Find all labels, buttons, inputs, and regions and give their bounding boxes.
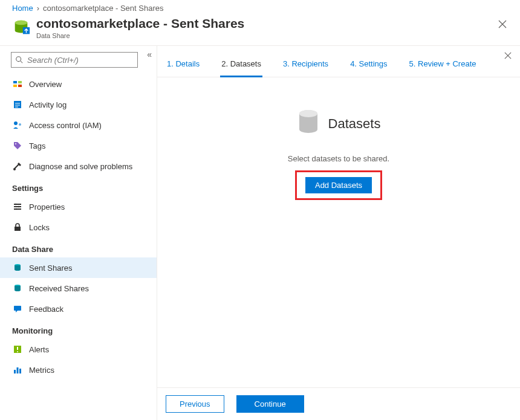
sidebar-item-label: Sent Shares bbox=[29, 263, 73, 273]
svg-rect-7 bbox=[13, 85, 17, 87]
svg-rect-6 bbox=[18, 81, 22, 83]
svg-rect-26 bbox=[14, 306, 21, 311]
datasets-title: Datasets bbox=[328, 116, 381, 132]
wizard-footer: Previous Continue bbox=[157, 387, 520, 420]
datashare-resource-icon bbox=[12, 19, 30, 37]
sidebar: « Overview Activity log Access control (… bbox=[0, 46, 157, 420]
sidebar-section-monitoring: Monitoring bbox=[0, 319, 157, 339]
tab-datasets[interactable]: 2. Datasets bbox=[220, 53, 262, 77]
received-shares-icon bbox=[12, 283, 23, 293]
sidebar-item-overview[interactable]: Overview bbox=[0, 74, 157, 94]
svg-point-15 bbox=[15, 143, 16, 144]
add-datasets-button[interactable]: Add Datasets bbox=[305, 177, 372, 193]
sidebar-item-label: Diagnose and solve problems bbox=[29, 162, 132, 171]
sidebar-item-tags[interactable]: Tags bbox=[0, 135, 157, 156]
sidebar-item-sent-shares[interactable]: Sent Shares bbox=[0, 257, 157, 278]
sidebar-item-properties[interactable]: Properties bbox=[0, 196, 157, 217]
svg-rect-30 bbox=[14, 370, 16, 373]
sidebar-search-input[interactable] bbox=[11, 52, 138, 68]
tags-icon bbox=[12, 141, 23, 150]
feedback-icon bbox=[12, 304, 23, 314]
breadcrumb-current: contosomarketplace - Sent Shares bbox=[43, 4, 163, 13]
sidebar-item-label: Feedback bbox=[29, 305, 63, 314]
page-title: contosomarketplace - Sent Shares bbox=[36, 16, 244, 31]
activity-log-icon bbox=[12, 100, 23, 109]
sidebar-item-metrics[interactable]: Metrics bbox=[0, 360, 157, 380]
svg-rect-23 bbox=[15, 227, 21, 231]
breadcrumb-separator: › bbox=[37, 4, 39, 13]
properties-icon bbox=[12, 202, 23, 212]
overview-icon bbox=[12, 79, 23, 89]
tab-details[interactable]: 1. Details bbox=[166, 53, 201, 77]
sidebar-item-label: Activity log bbox=[29, 100, 67, 109]
sidebar-item-label: Received Shares bbox=[29, 284, 89, 293]
metrics-icon bbox=[12, 365, 23, 375]
sidebar-item-label: Metrics bbox=[29, 366, 54, 375]
access-control-icon bbox=[12, 120, 23, 130]
tab-review-create[interactable]: 5. Review + Create bbox=[408, 53, 478, 77]
datasets-subtitle: Select datasets to be shared. bbox=[288, 154, 389, 163]
tab-settings[interactable]: 4. Settings bbox=[349, 53, 388, 77]
sidebar-item-label: Access control (IAM) bbox=[29, 121, 102, 130]
sidebar-item-access-control[interactable]: Access control (IAM) bbox=[0, 115, 157, 135]
sidebar-item-diagnose[interactable]: Diagnose and solve problems bbox=[0, 156, 157, 176]
sidebar-item-received-shares[interactable]: Received Shares bbox=[0, 278, 157, 299]
database-icon bbox=[297, 109, 320, 138]
datasets-content: Datasets Select datasets to be shared. A… bbox=[157, 77, 520, 387]
svg-point-29 bbox=[17, 351, 18, 352]
svg-point-21 bbox=[18, 206, 20, 208]
svg-rect-31 bbox=[17, 367, 19, 373]
svg-point-20 bbox=[15, 204, 17, 205]
continue-button[interactable]: Continue bbox=[236, 395, 304, 413]
sidebar-item-feedback[interactable]: Feedback bbox=[0, 299, 157, 319]
breadcrumb: Home › contosomarketplace - Sent Shares bbox=[0, 0, 520, 14]
svg-point-1 bbox=[15, 21, 28, 25]
wizard-tabs: 1. Details 2. Datasets 3. Recipients 4. … bbox=[157, 53, 520, 77]
svg-point-14 bbox=[19, 123, 21, 126]
add-datasets-highlight: Add Datasets bbox=[295, 170, 382, 200]
close-panel-button[interactable] bbox=[504, 51, 512, 62]
sidebar-item-label: Alerts bbox=[29, 345, 49, 354]
tab-recipients[interactable]: 3. Recipients bbox=[282, 53, 330, 77]
sidebar-item-label: Properties bbox=[29, 202, 65, 212]
alerts-icon bbox=[12, 344, 23, 354]
page-subtitle: Data Share bbox=[36, 32, 244, 39]
sidebar-item-label: Locks bbox=[29, 223, 50, 232]
sidebar-section-settings: Settings bbox=[0, 176, 157, 196]
close-blade-button[interactable] bbox=[496, 16, 509, 34]
svg-point-16 bbox=[13, 168, 16, 170]
svg-point-22 bbox=[16, 208, 18, 210]
page-header: contosomarketplace - Sent Shares Data Sh… bbox=[0, 14, 520, 45]
main-panel: 1. Details 2. Datasets 3. Recipients 4. … bbox=[157, 46, 520, 420]
sidebar-item-label: Overview bbox=[29, 80, 62, 89]
svg-rect-8 bbox=[18, 85, 22, 87]
locks-icon bbox=[12, 222, 23, 232]
svg-point-13 bbox=[14, 121, 18, 125]
sent-shares-icon bbox=[12, 263, 23, 273]
sidebar-item-locks[interactable]: Locks bbox=[0, 217, 157, 237]
sidebar-section-datashare: Data Share bbox=[0, 237, 157, 257]
svg-point-34 bbox=[299, 110, 317, 117]
previous-button[interactable]: Previous bbox=[166, 395, 224, 413]
diagnose-icon bbox=[12, 161, 23, 171]
svg-rect-5 bbox=[13, 81, 17, 83]
svg-rect-32 bbox=[19, 369, 21, 373]
sidebar-item-activity-log[interactable]: Activity log bbox=[0, 94, 157, 115]
sidebar-item-label: Tags bbox=[29, 141, 45, 150]
breadcrumb-home[interactable]: Home bbox=[12, 4, 33, 13]
sidebar-item-alerts[interactable]: Alerts bbox=[0, 339, 157, 360]
